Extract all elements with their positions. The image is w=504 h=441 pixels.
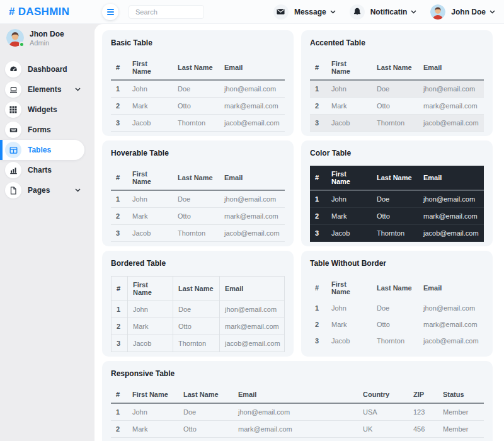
table-cell: Doe [372, 80, 418, 98]
sidebar-toggle-button[interactable] [102, 4, 118, 20]
table-cell: Member [438, 438, 484, 441]
table-row: 2MarkOttomark@email.com [111, 98, 285, 115]
table-cell: John [128, 301, 173, 318]
message-dropdown[interactable]: Message [273, 4, 336, 20]
table-cell: jhon@email.com [219, 190, 285, 208]
sidebar: Jhon Doe Admin Dashboard Elements [0, 24, 94, 441]
row-number: 2 [111, 421, 127, 438]
table-cell: John [326, 190, 372, 208]
table-row: 2MarkOttomark@email.comUK456Member [111, 421, 484, 438]
row-number: 3 [111, 438, 127, 441]
responsive-table-card: Responsive Table #First NameLast NameEma… [102, 361, 493, 441]
top-header: # DASHMIN Message Notificatin [0, 0, 504, 24]
card-title: Basic Table [111, 38, 285, 47]
row-number: 1 [310, 190, 326, 208]
row-number: 1 [111, 403, 127, 421]
table-cell: Mark [326, 208, 372, 225]
bar-chart-icon [5, 162, 21, 178]
column-header: First Name [127, 55, 173, 80]
table-cell: jhon@email.com [220, 301, 285, 318]
table-cell: mark@email.com [418, 208, 484, 225]
user-dropdown[interactable]: John Doe [430, 4, 495, 20]
table-row[interactable]: 2MarkOttomark@email.com [111, 208, 285, 225]
table-row: 3JacobThorntonjacob@email.com [310, 333, 484, 349]
row-number: 3 [310, 225, 326, 242]
row-number: 2 [310, 208, 326, 225]
sidebar-item-forms[interactable]: Forms [0, 120, 94, 140]
chevron-down-icon [75, 188, 81, 192]
table-cell: Thornton [173, 115, 219, 132]
column-header: Email [220, 277, 285, 301]
table-cell: USA [358, 403, 408, 421]
chevron-down-icon [490, 10, 495, 14]
column-header: Last Name [372, 276, 418, 300]
profile-role: Admin [30, 39, 64, 47]
accented-table-card: Accented Table #First NameLast NameEmail… [301, 30, 493, 136]
chevron-down-icon [330, 10, 336, 14]
sidebar-item-elements[interactable]: Elements [0, 79, 94, 100]
table-cell: Doe [173, 190, 219, 208]
brand-logo[interactable]: # DASHMIN [9, 6, 69, 18]
table-cell: Thornton [173, 225, 219, 242]
table-row: 1JohnDoejhon@email.com [310, 80, 484, 98]
sidebar-nav: Dashboard Elements Widgets [0, 59, 94, 200]
column-header: Last Name [372, 55, 418, 80]
sidebar-item-widgets[interactable]: Widgets [0, 100, 94, 120]
card-title: Accented Table [310, 38, 484, 47]
table-row[interactable]: 3JacobThorntonjacob@email.com [111, 225, 285, 242]
table-cell: John [127, 190, 173, 208]
table-cell: Otto [173, 98, 219, 115]
table-row[interactable]: 1JohnDoejhon@email.com [111, 190, 285, 208]
column-header: Status [438, 386, 484, 403]
sidebar-item-pages[interactable]: Pages [0, 180, 94, 200]
table-cell: mark@email.com [418, 98, 484, 115]
sidebar-item-dashboard[interactable]: Dashboard [0, 59, 94, 79]
hamburger-icon [107, 9, 114, 10]
table-cell: mark@email.com [418, 316, 484, 333]
table-cell: Mark [326, 98, 372, 115]
laptop-icon [5, 81, 21, 98]
search-input[interactable] [129, 5, 204, 19]
notification-dropdown[interactable]: Notificatin [350, 4, 417, 20]
card-title: Responsive Table [111, 369, 484, 378]
table-cell: Thornton [372, 333, 418, 349]
content-panel: Basic Table #First NameLast NameEmail1Jo… [94, 24, 504, 441]
row-number: 3 [310, 333, 326, 349]
row-number: 2 [310, 316, 326, 333]
sidebar-item-tables[interactable]: Tables [0, 140, 84, 160]
table-cell: Otto [372, 316, 418, 333]
bordered-table-card: Bordered Table #First NameLast NameEmail… [102, 251, 294, 357]
column-header: First Name [128, 277, 173, 301]
table-cell: Thornton [173, 335, 220, 352]
table-cell: Mark [128, 318, 173, 335]
table-cell: AU [358, 438, 408, 441]
column-header: Email [418, 276, 484, 300]
sidebar-profile[interactable]: Jhon Doe Admin [0, 24, 94, 54]
sidebar-item-charts[interactable]: Charts [0, 160, 94, 180]
row-number: 2 [111, 98, 127, 115]
table-cell: Thornton [178, 438, 233, 441]
card-title: Color Table [310, 149, 484, 158]
header-row: #First NameLast NameEmail [310, 276, 484, 300]
table-cell: Jacob [326, 333, 372, 349]
header-actions: Message Notificatin John Doe [260, 4, 504, 20]
table-cell: Thornton [372, 115, 418, 132]
table-row: 2MarkOttomark@email.com [310, 208, 484, 225]
table-row: 2MarkOttomark@email.com [310, 316, 484, 333]
column-header: # [111, 166, 127, 190]
table-cell: Doe [372, 300, 418, 316]
card-title: Hoverable Table [111, 149, 285, 158]
tables-grid: Basic Table #First NameLast NameEmail1Jo… [102, 30, 493, 441]
envelope-icon [273, 4, 289, 20]
chevron-down-icon [75, 88, 81, 91]
chevron-down-icon [411, 10, 416, 14]
table-cell: Jacob [127, 115, 173, 132]
table-cell: Doe [173, 301, 220, 318]
table-cell: jacob@email.com [220, 335, 285, 352]
table-cell: Otto [372, 208, 418, 225]
column-header: Last Name [173, 166, 219, 190]
column-header: Last Name [173, 277, 220, 301]
row-number: 3 [111, 225, 127, 242]
table-cell: mark@email.com [233, 421, 358, 438]
row-number: 3 [111, 115, 127, 132]
